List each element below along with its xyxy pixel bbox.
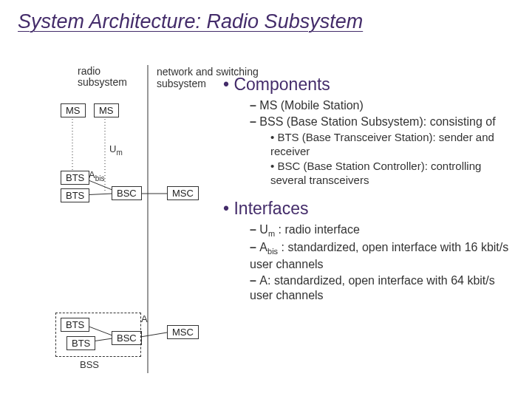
- bullet-list: Components MS (Mobile Station) BSS (Base…: [223, 74, 519, 313]
- item-bsc: BSC (Base Station Controller): controlli…: [270, 160, 519, 188]
- label-um: Um: [109, 143, 123, 157]
- label-bss: BSS: [80, 359, 99, 370]
- item-bts: BTS (Base Transceiver Station): sender a…: [270, 131, 519, 159]
- box-bsc-1: BSC: [112, 186, 142, 200]
- box-bts-2: BTS: [61, 188, 89, 202]
- label-abis: Abis: [89, 169, 104, 183]
- box-bts-1: BTS: [61, 171, 89, 185]
- box-ms-2: MS: [94, 103, 119, 117]
- heading-interfaces: Interfaces: [223, 199, 308, 218]
- label-a: A: [141, 313, 148, 324]
- item-ms: MS (Mobile Station): [250, 98, 519, 113]
- box-msc-2: MSC: [167, 325, 199, 339]
- heading-components: Components: [223, 75, 330, 94]
- item-um: Um : radio interface: [250, 222, 519, 239]
- box-ms-1: MS: [61, 103, 86, 117]
- item-bss: BSS (Base Station Subsystem): consisting…: [250, 115, 519, 188]
- box-msc-1: MSC: [167, 186, 199, 200]
- bss-boundary: [55, 313, 141, 357]
- item-a: A: standardized, open interface with 64 …: [250, 273, 519, 303]
- item-abis: Abis : standardized, open interface with…: [250, 240, 519, 272]
